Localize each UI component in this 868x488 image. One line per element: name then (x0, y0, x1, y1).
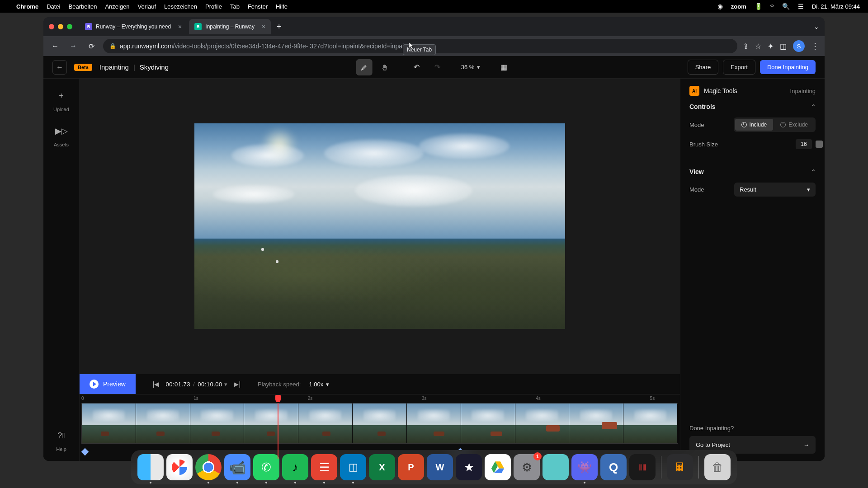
nav-back-button[interactable]: ← (49, 40, 61, 52)
menu-lesezeichen[interactable]: Lesezeichen (164, 3, 197, 10)
bookmark-star-icon[interactable]: ☆ (755, 42, 761, 51)
side-panel-icon[interactable]: ◫ (780, 42, 787, 51)
view-section-header[interactable]: View ⌃ (689, 168, 816, 175)
dock-finder[interactable] (137, 454, 164, 480)
sidebar-help[interactable]: ?⃝ Help (53, 427, 70, 452)
zoom-brand[interactable]: zoom (731, 3, 746, 10)
menu-fenster[interactable]: Fenster (248, 3, 268, 10)
timeline-ruler[interactable]: 0 1s 2s 3s 4s 5s (80, 394, 680, 403)
tabs-dropdown-icon[interactable]: ⌄ (814, 23, 819, 30)
frame-thumb[interactable] (515, 404, 570, 443)
browser-tab-runway-home[interactable]: R Runway – Everything you need × (80, 19, 187, 34)
menu-hilfe[interactable]: Hilfe (276, 3, 288, 10)
menu-verlauf[interactable]: Verlauf (138, 3, 156, 10)
dock-discord[interactable]: 👾 (571, 454, 598, 480)
menu-bearbeiten[interactable]: Bearbeiten (68, 3, 97, 10)
dock-excel[interactable]: X (369, 454, 395, 480)
menubar-app-name[interactable]: Chrome (16, 3, 38, 10)
dock-trash[interactable]: 🗑 (704, 454, 731, 480)
dock-audio-app[interactable]: ⦀⦀ (629, 454, 656, 480)
dock-trello[interactable]: ◫ (340, 454, 366, 480)
keyframe-marker[interactable] (81, 448, 89, 456)
done-inpainting-button[interactable]: Done Inpainting (760, 60, 816, 74)
frame-thumb[interactable] (190, 404, 245, 443)
control-center-icon[interactable]: ☰ (798, 3, 804, 10)
dock-chrome[interactable] (195, 454, 222, 480)
controls-section-header[interactable]: Controls ⌃ (689, 103, 816, 110)
back-button[interactable]: ← (52, 60, 67, 75)
sidebar-upload[interactable]: + Upload (53, 88, 70, 112)
breadcrumb: Inpainting | Skydiving (99, 63, 169, 71)
new-tab-button[interactable]: + (273, 20, 285, 33)
frame-thumb[interactable] (623, 404, 678, 443)
frame-thumb[interactable] (244, 404, 298, 443)
left-sidebar: + Upload ▶▷ Assets ?⃝ Help (43, 79, 80, 461)
playback-speed-dropdown[interactable]: 1.00x▾ (309, 381, 329, 388)
frames-strip[interactable] (81, 403, 678, 444)
chrome-menu-icon[interactable]: ⋮ (811, 41, 819, 51)
dock-whatsapp[interactable]: ✆ (253, 454, 279, 480)
dock-quicktime[interactable]: Q (600, 454, 627, 480)
dock-system-settings[interactable]: ⚙1 (514, 454, 540, 480)
frame-thumb[interactable] (407, 404, 461, 443)
dock-zoom[interactable]: 📹 (224, 454, 250, 480)
dock-calculator[interactable]: 🖩 (667, 454, 693, 480)
brush-size-input[interactable] (796, 139, 812, 149)
macos-menubar: Chrome Datei Bearbeiten Anzeigen Verlauf… (0, 0, 868, 13)
redo-button[interactable]: ↷ (429, 59, 446, 75)
browser-tab-inpainting[interactable]: R Inpainting – Runway × (189, 19, 271, 34)
skip-start-button[interactable]: |◀ (153, 380, 160, 388)
skip-end-button[interactable]: ▶| (234, 380, 241, 388)
menu-tab[interactable]: Tab (230, 3, 240, 10)
dock-google-drive[interactable] (485, 454, 511, 480)
frame-thumb[interactable] (82, 404, 136, 443)
frame-thumb[interactable] (569, 404, 623, 443)
window-close-button[interactable] (49, 24, 54, 29)
dock-imovie[interactable]: ★ (456, 454, 482, 480)
mode-exclude-button[interactable]: Exclude (774, 119, 814, 131)
share-page-icon[interactable]: ⇪ (743, 42, 749, 51)
profile-avatar[interactable]: S (793, 40, 805, 52)
dock-word[interactable]: W (427, 454, 453, 480)
layout-toggle-button[interactable]: ▦ (495, 59, 512, 75)
video-preview (194, 123, 565, 329)
runway-app: ← Beta Inpainting | Skydiving ↶ ↷ 36 %▾ … (43, 56, 825, 461)
extensions-icon[interactable]: ✦ (768, 42, 774, 51)
share-button[interactable]: Share (688, 60, 719, 75)
menu-profile[interactable]: Profile (205, 3, 222, 10)
frame-thumb[interactable] (353, 404, 407, 443)
mode-include-button[interactable]: Include (735, 119, 774, 131)
menu-anzeigen[interactable]: Anzeigen (105, 3, 129, 10)
record-icon[interactable]: ◉ (717, 3, 723, 10)
menu-datei[interactable]: Datei (47, 3, 60, 10)
frame-thumb[interactable] (136, 404, 190, 443)
spotlight-icon[interactable]: 🔍 (782, 3, 790, 10)
hand-tool-button[interactable] (377, 59, 393, 75)
dock-app-teal[interactable] (542, 454, 569, 480)
frame-thumb[interactable] (298, 404, 353, 443)
frame-thumb[interactable] (461, 404, 515, 443)
canvas[interactable] (80, 79, 680, 374)
tab-close-icon[interactable]: × (178, 23, 182, 30)
dock-safari[interactable] (166, 454, 193, 480)
playhead[interactable] (278, 403, 278, 459)
window-maximize-button[interactable] (67, 24, 72, 29)
export-button[interactable]: Export (723, 60, 755, 75)
nav-reload-button[interactable]: ⟳ (85, 40, 98, 52)
chevron-down-icon[interactable]: ▾ (224, 381, 228, 388)
dock-todoist[interactable]: ☰ (311, 454, 337, 480)
dock-spotify[interactable]: ♪ (282, 454, 308, 480)
menubar-datetime[interactable]: Di. 21. März 09:44 (812, 3, 860, 10)
tab-close-icon[interactable]: × (262, 23, 265, 30)
brush-tool-button[interactable] (356, 59, 373, 75)
view-mode-select[interactable]: Result ▾ (734, 183, 816, 197)
zoom-level-dropdown[interactable]: 36 %▾ (461, 64, 481, 70)
battery-icon[interactable]: 🔋 (755, 3, 762, 10)
sidebar-assets[interactable]: ▶▷ Assets (53, 123, 70, 147)
preview-button[interactable]: Preview (80, 374, 136, 394)
window-minimize-button[interactable] (58, 24, 63, 29)
undo-button[interactable]: ↶ (409, 59, 425, 75)
wifi-icon[interactable]: ⌔ (770, 3, 774, 10)
dock-powerpoint[interactable]: P (398, 454, 424, 480)
nav-forward-button[interactable]: → (67, 40, 80, 52)
